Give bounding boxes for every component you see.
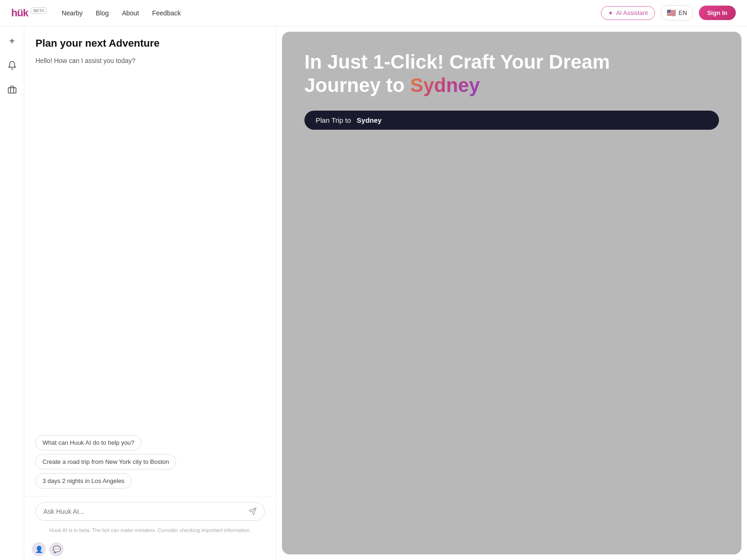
nav-nearby[interactable]: Nearby	[62, 9, 83, 17]
sign-in-button[interactable]: Sign In	[699, 6, 736, 20]
chat-input-wrapper	[35, 502, 265, 521]
sidebar-add-icon[interactable]: +	[5, 34, 20, 49]
header-actions: ✦ AI Assistant 🇺🇸 EN Sign In	[601, 5, 736, 21]
logo-area: hük BETA	[11, 7, 47, 19]
bottom-icon-user[interactable]: 👤	[32, 542, 46, 556]
sidebar: +	[0, 26, 24, 560]
nav-feedback[interactable]: Feedback	[152, 9, 181, 17]
nav: Nearby Blog About Feedback	[62, 9, 601, 17]
chat-greeting: Hello! How can I assist you today?	[35, 57, 265, 64]
beta-badge: BETA	[31, 7, 47, 14]
lang-label: EN	[679, 9, 687, 16]
header: hük BETA Nearby Blog About Feedback ✦ AI…	[0, 0, 747, 26]
send-button[interactable]	[248, 507, 257, 516]
chat-disclaimer: Huuk AI is in beta. The bot can make mis…	[24, 525, 276, 539]
plan-trip-button[interactable]: Plan Trip to Sydney	[304, 111, 719, 130]
main-layout: + Plan your next Adventure Hello! How ca…	[0, 0, 747, 560]
sidebar-briefcase-icon[interactable]	[5, 82, 20, 97]
chat-input[interactable]	[43, 508, 245, 515]
preview-panel: In Just 1-Click! Craft Your Dream Journe…	[282, 32, 741, 554]
chat-header: Plan your next Adventure Hello! How can …	[24, 26, 276, 68]
nav-blog[interactable]: Blog	[96, 9, 109, 17]
chat-panel: Plan your next Adventure Hello! How can …	[24, 26, 276, 560]
logo: hük	[11, 7, 28, 19]
svg-rect-0	[8, 88, 16, 93]
chat-messages	[24, 68, 276, 427]
chat-suggestions: What can Huuk AI do to help you? Create …	[24, 427, 276, 496]
chat-title: Plan your next Adventure	[35, 37, 265, 49]
plan-trip-destination: Sydney	[357, 116, 381, 124]
bottom-icon-chat[interactable]: 💬	[49, 542, 63, 556]
suggestion-2[interactable]: 3 days 2 nights in Los Angeles	[35, 473, 132, 489]
flag-icon: 🇺🇸	[667, 8, 676, 17]
preview-destination: Sydney	[410, 74, 479, 96]
bottom-icons: 👤 💬	[24, 539, 276, 560]
ai-star-icon: ✦	[608, 9, 613, 17]
sidebar-bell-icon[interactable]	[5, 58, 20, 73]
plan-trip-prefix: Plan Trip to	[316, 116, 351, 124]
preview-headline: In Just 1-Click! Craft Your Dream Journe…	[304, 50, 622, 98]
suggestion-0[interactable]: What can Huuk AI do to help you?	[35, 435, 141, 450]
chat-input-area	[24, 496, 276, 525]
ai-assistant-label: AI Assistant	[616, 9, 648, 16]
suggestion-1[interactable]: Create a road trip from New York city to…	[35, 454, 176, 469]
ai-assistant-button[interactable]: ✦ AI Assistant	[601, 6, 655, 20]
lang-button[interactable]: 🇺🇸 EN	[661, 5, 693, 21]
nav-about[interactable]: About	[122, 9, 139, 17]
